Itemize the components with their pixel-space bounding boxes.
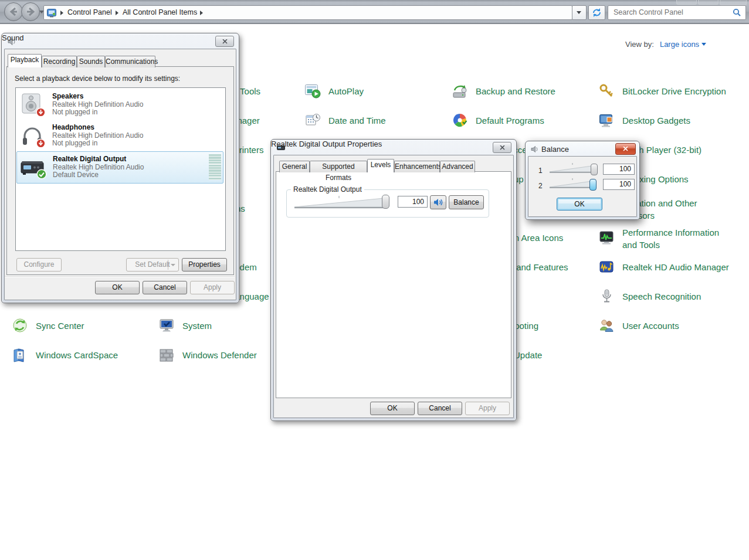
speaker-icon	[433, 198, 443, 207]
cardspace-icon	[12, 347, 28, 363]
microphone-icon	[598, 288, 615, 304]
tab-sounds[interactable]: Sounds	[77, 56, 105, 67]
tab-advanced[interactable]: Advanced	[440, 161, 475, 172]
channel-1-slider-thumb[interactable]	[591, 164, 598, 175]
tab-levels[interactable]: Levels	[367, 159, 394, 172]
channel-2-label: 2	[538, 182, 543, 190]
sound-apply-button[interactable]: Apply	[190, 281, 235, 294]
address-dropdown-button[interactable]	[572, 5, 587, 20]
device-level-meter	[209, 154, 221, 180]
device-row-headphones[interactable]: Headphones Realtek High Definition Audio…	[16, 120, 223, 151]
chevron-down-icon	[577, 11, 581, 14]
properties-ok-button[interactable]: OK	[370, 402, 415, 415]
back-button[interactable]	[4, 2, 23, 21]
sound-ok-button[interactable]: OK	[95, 281, 140, 294]
close-window-button[interactable]	[720, 0, 747, 5]
close-icon[interactable]	[615, 143, 636, 155]
refresh-button[interactable]	[588, 5, 605, 20]
search-icon[interactable]	[733, 8, 741, 17]
channel-1-value-field[interactable]: 100	[603, 164, 635, 175]
device-row-speakers[interactable]: Speakers Realtek High Definition Audio N…	[16, 89, 223, 120]
divider	[5, 276, 235, 277]
channel-2-value-field[interactable]: 100	[603, 179, 635, 190]
desktop-gadgets-icon	[598, 112, 615, 128]
system-icon	[158, 317, 175, 334]
close-icon[interactable]	[493, 142, 511, 153]
default-device-badge	[36, 169, 47, 179]
properties-dialog: Realtek Digital Output Properties Genera…	[270, 139, 517, 421]
breadcrumb-all-items[interactable]: All Control Panel Items	[123, 6, 197, 19]
balance-dialog: Balance 1 100 2 100 OK	[525, 141, 640, 220]
breadcrumb-arrow-icon[interactable]	[116, 11, 118, 15]
balance-dialog-title: Balance	[541, 145, 569, 154]
sound-dialog-title: Sound	[2, 33, 24, 42]
bitlocker-key-icon	[598, 83, 615, 99]
breadcrumb-arrow-icon[interactable]	[200, 11, 203, 15]
properties-apply-button[interactable]: Apply	[465, 402, 510, 415]
desktop-screen: Control Panel All Control Panel Items Se…	[0, 0, 749, 560]
mute-toggle-button[interactable]	[430, 195, 446, 209]
breadcrumb-control-panel[interactable]: Control Panel	[67, 6, 112, 19]
volume-value-field[interactable]: 100	[398, 196, 428, 208]
tab-general[interactable]: General	[279, 161, 310, 172]
minimize-button[interactable]	[676, 0, 697, 5]
not-plugged-in-badge	[36, 138, 46, 148]
forward-button[interactable]	[21, 2, 40, 21]
defender-wall-icon	[158, 347, 175, 363]
chevron-down-icon	[701, 43, 706, 46]
configure-button[interactable]: Configure	[16, 258, 62, 271]
backup-restore-icon	[452, 83, 468, 99]
volume-slider-thumb[interactable]	[382, 195, 389, 209]
search-box[interactable]: Search Control Panel	[608, 5, 746, 20]
breadcrumb: Control Panel All Control Panel Items	[43, 5, 572, 20]
channel-1-slider-track[interactable]	[549, 163, 597, 175]
properties-button[interactable]: Properties	[182, 258, 227, 271]
balance-dialog-icon	[531, 145, 539, 153]
control-panel-icon	[47, 8, 56, 18]
search-placeholder: Search Control Panel	[614, 6, 683, 19]
breadcrumb-arrow-icon[interactable]	[60, 11, 63, 15]
maximize-button[interactable]	[698, 0, 719, 5]
forward-arrow-icon	[22, 3, 39, 21]
performance-icon	[598, 229, 615, 246]
chevron-down-icon[interactable]	[171, 264, 175, 266]
channel-2-slider-thumb[interactable]	[589, 179, 597, 191]
properties-dialog-title: Realtek Digital Output Properties	[271, 140, 382, 148]
not-plugged-in-badge	[36, 107, 46, 117]
view-by-value[interactable]: Large icons	[660, 40, 699, 49]
view-by-label: View by:	[625, 40, 654, 49]
user-accounts-icon	[598, 317, 615, 334]
tab-enhancements[interactable]: Enhancements	[394, 161, 440, 172]
sound-dialog: Sound Playback Recording Sounds Communic…	[1, 33, 239, 303]
refresh-icon	[589, 6, 605, 19]
sound-cancel-button[interactable]: Cancel	[143, 281, 187, 294]
tab-recording[interactable]: Recording	[42, 56, 77, 67]
set-default-button[interactable]: Set Default	[126, 258, 179, 271]
tab-supported-formats[interactable]: Supported Formats	[310, 161, 367, 172]
properties-cancel-button[interactable]: Cancel	[418, 402, 462, 415]
volume-slider-track[interactable]	[293, 196, 385, 210]
autoplay-icon	[304, 83, 321, 99]
playback-instruction: Select a playback device below to modify…	[15, 74, 180, 83]
channel-1-label: 1	[538, 167, 543, 175]
close-icon[interactable]	[215, 36, 234, 47]
device-row-realtek-digital-output[interactable]: Realtek Digital Output Realtek High Defi…	[16, 151, 223, 184]
date-time-icon	[304, 112, 321, 128]
balance-button[interactable]: Balance	[449, 195, 484, 209]
sync-center-icon	[12, 317, 28, 334]
explorer-navbar: Control Panel All Control Panel Items Se…	[0, 0, 749, 24]
view-by-control: View by:Large icons	[625, 40, 706, 49]
back-arrow-icon	[5, 3, 22, 21]
tab-playback[interactable]: Playback	[8, 54, 42, 67]
realtek-audio-icon	[598, 259, 615, 275]
playback-device-list: Speakers Realtek High Definition Audio N…	[15, 87, 226, 251]
output-level-group-label: Realtek Digital Output	[291, 185, 364, 194]
default-programs-icon	[452, 112, 468, 128]
tab-communications[interactable]: Communications	[105, 56, 155, 67]
balance-ok-button[interactable]: OK	[557, 198, 602, 211]
split-divider	[168, 260, 168, 270]
